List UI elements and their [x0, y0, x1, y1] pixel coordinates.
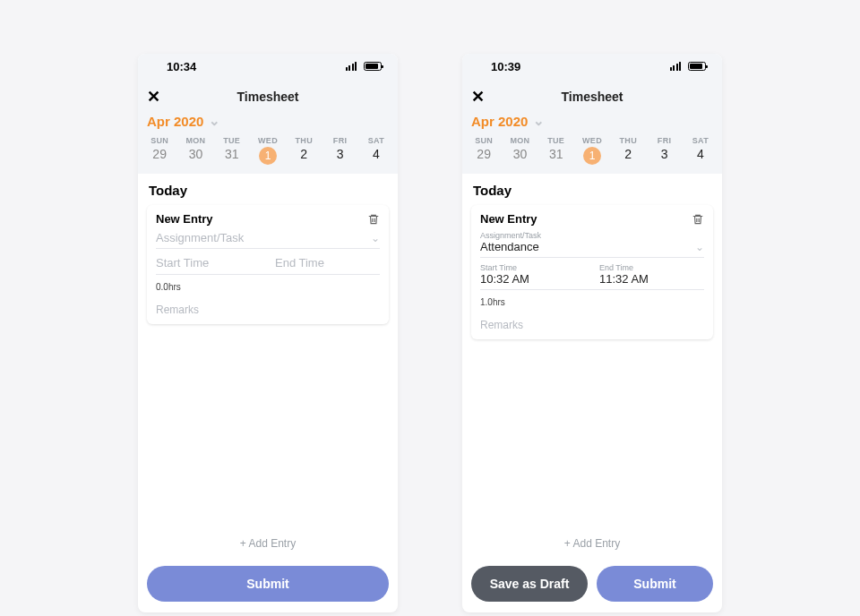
selected-day-circle: 1 [583, 147, 601, 165]
week-strip: SUN29 MON30 TUE31 WED1 THU2 FRI3 SAT4 [138, 131, 398, 174]
body: Today New Entry Assignment/Task Attendan… [462, 174, 722, 557]
time-row: Start Time End Time [156, 249, 380, 275]
remarks-placeholder: Remarks [480, 319, 523, 331]
end-time-placeholder: End Time [275, 256, 324, 270]
day-tue[interactable]: TUE31 [539, 136, 573, 165]
body: Today New Entry Assignment/Task ⌄ Start … [138, 174, 398, 557]
status-indicators [346, 62, 383, 71]
today-heading: Today [473, 183, 713, 198]
assignment-field[interactable]: Assignment/Task ⌄ [156, 226, 380, 249]
month-label: Apr 2020 [147, 114, 203, 129]
close-icon[interactable]: ✕ [147, 87, 160, 107]
month-label: Apr 2020 [471, 114, 528, 129]
battery-icon [688, 62, 706, 71]
day-tue[interactable]: TUE31 [215, 136, 249, 165]
chevron-down-icon: ⌄ [695, 241, 704, 253]
time-row: Start Time 10:32 AM End Time 11:32 AM [480, 258, 704, 290]
footer-buttons: Save as Draft Submit [462, 557, 722, 612]
submit-button[interactable]: Submit [597, 566, 713, 602]
entry-title: New Entry [480, 212, 538, 226]
remarks-field[interactable]: Remarks [480, 307, 704, 332]
footer-buttons: Submit [138, 557, 398, 612]
add-entry-button[interactable]: + Add Entry [471, 530, 713, 557]
assignment-field[interactable]: Assignment/Task Attendance ⌄ [480, 226, 704, 258]
status-time: 10:39 [491, 60, 520, 73]
selected-day-circle: 1 [259, 147, 277, 165]
save-draft-button[interactable]: Save as Draft [471, 566, 588, 602]
start-time-placeholder: Start Time [156, 256, 209, 270]
close-icon[interactable]: ✕ [471, 87, 485, 107]
trash-icon[interactable] [367, 213, 380, 226]
submit-button[interactable]: Submit [147, 566, 389, 602]
spacer [471, 339, 713, 530]
assignment-field-inner: Assignment/Task Attendance [480, 231, 681, 253]
assignment-placeholder: Assignment/Task [156, 231, 244, 244]
entry-title: New Entry [156, 212, 213, 226]
phone-screen-1: 10:34 ✕ Timesheet Apr 2020 ⌄ SUN29 MON30… [138, 54, 398, 612]
day-fri[interactable]: FRI3 [648, 136, 682, 165]
entry-card-head: New Entry [480, 212, 704, 226]
status-bar: 10:34 [138, 54, 398, 79]
day-wed-selected[interactable]: WED1 [575, 136, 609, 165]
phone-screen-2: 10:39 ✕ Timesheet Apr 2020 ⌄ SUN29 MON30… [462, 54, 722, 612]
end-time-field[interactable]: End Time 11:32 AM [599, 263, 704, 286]
remarks-placeholder: Remarks [156, 304, 199, 316]
signal-icon [346, 62, 357, 71]
day-sat[interactable]: SAT4 [359, 136, 393, 165]
nav-row: ✕ Timesheet [138, 82, 398, 111]
day-sat[interactable]: SAT4 [684, 136, 718, 165]
add-entry-button[interactable]: + Add Entry [147, 530, 389, 557]
screen-title: Timesheet [138, 90, 398, 104]
battery-icon [364, 62, 382, 71]
status-bar: 10:39 [462, 54, 722, 79]
end-time-value: 11:32 AM [599, 272, 704, 286]
status-time: 10:34 [167, 60, 196, 73]
end-time-label: End Time [599, 263, 704, 272]
day-sun[interactable]: SUN29 [142, 136, 176, 165]
day-mon[interactable]: MON30 [178, 136, 212, 165]
spacer [147, 324, 389, 530]
screen-title: Timesheet [462, 90, 722, 104]
month-picker[interactable]: Apr 2020 ⌄ [138, 111, 398, 131]
entry-card-head: New Entry [156, 212, 380, 226]
app-header: ✕ Timesheet Apr 2020 ⌄ SUN29 MON30 TUE31… [462, 79, 722, 174]
start-time-field[interactable]: Start Time 10:32 AM [480, 263, 585, 286]
today-heading: Today [149, 183, 389, 198]
day-fri[interactable]: FRI3 [323, 136, 357, 165]
app-header: ✕ Timesheet Apr 2020 ⌄ SUN29 MON30 TUE31… [138, 79, 398, 174]
week-strip: SUN29 MON30 TUE31 WED1 THU2 FRI3 SAT4 [462, 131, 722, 174]
hours-label: 0.0hrs [156, 282, 380, 292]
chevron-down-icon: ⌄ [533, 113, 545, 129]
entry-card: New Entry Assignment/Task ⌄ Start Time E… [147, 205, 389, 324]
nav-row: ✕ Timesheet [462, 82, 722, 111]
start-time-value: 10:32 AM [480, 272, 585, 286]
day-wed-selected[interactable]: WED1 [251, 136, 285, 165]
day-thu[interactable]: THU2 [611, 136, 645, 165]
signal-icon [670, 62, 682, 71]
start-time-label: Start Time [480, 263, 585, 272]
day-sun[interactable]: SUN29 [467, 136, 501, 165]
status-indicators [670, 62, 707, 71]
day-thu[interactable]: THU2 [287, 136, 321, 165]
entry-card: New Entry Assignment/Task Attendance ⌄ S… [471, 205, 713, 339]
assignment-label: Assignment/Task [480, 231, 681, 240]
chevron-down-icon: ⌄ [209, 113, 220, 129]
assignment-value: Attendance [480, 240, 681, 253]
month-picker[interactable]: Apr 2020 ⌄ [462, 111, 722, 131]
remarks-field[interactable]: Remarks [156, 292, 380, 317]
end-time-field[interactable]: End Time [275, 254, 380, 270]
hours-label: 1.0hrs [480, 297, 704, 307]
trash-icon[interactable] [692, 213, 704, 226]
day-mon[interactable]: MON30 [503, 136, 537, 165]
chevron-down-icon: ⌄ [371, 232, 380, 244]
start-time-field[interactable]: Start Time [156, 254, 261, 270]
